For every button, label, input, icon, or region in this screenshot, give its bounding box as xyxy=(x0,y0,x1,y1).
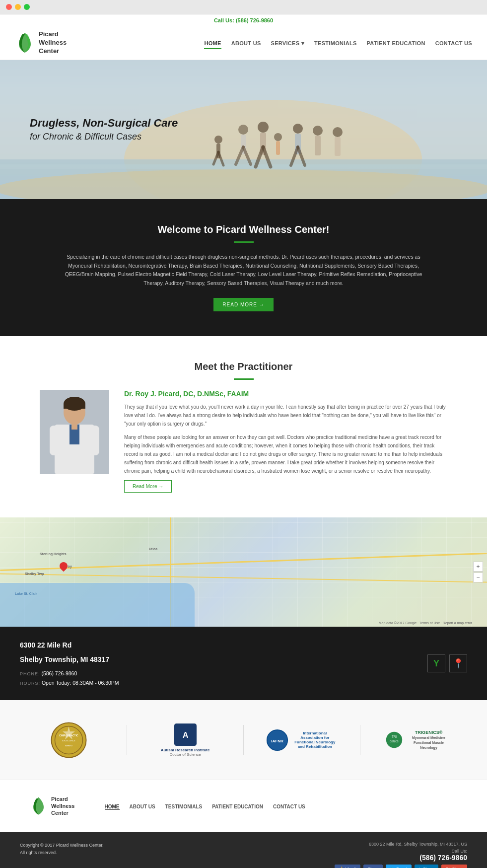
footer-nav-patient-ed[interactable]: PATIENT EDUCATION xyxy=(212,801,263,810)
browser-chrome xyxy=(0,0,487,14)
footer-nav-contact[interactable]: CONTACT US xyxy=(273,801,305,810)
nav-patient-ed-link[interactable]: PATIENT EDUCATION xyxy=(367,38,425,48)
practitioner-bio-area: Dr. Roy J. Picard, DC, D.NMSc, FAAIM The… xyxy=(124,390,447,493)
partner-3-name: International Association for Functional… xyxy=(292,731,337,749)
footer-copyright: Copyright © 2017 Picard Wellness Center.… xyxy=(20,842,104,856)
hours-label: HOURS: xyxy=(20,681,40,686)
browser-dot-fullscreen[interactable] xyxy=(24,4,30,10)
footer-nav-contact-link[interactable]: CONTACT US xyxy=(273,804,305,809)
partner-logo-3[interactable]: IAFNR International Association for Func… xyxy=(252,720,351,760)
map-label-city: Sterling Heights xyxy=(40,552,67,556)
svg-text:AWARD: AWARD xyxy=(65,744,72,747)
partner-divider-1 xyxy=(127,725,127,755)
address-icon-map[interactable]: 📍 xyxy=(449,654,467,672)
practitioner-section: Meet the Practitioner Dr xyxy=(0,336,487,517)
svg-text:TRI: TRI xyxy=(392,735,397,738)
footer-address-right: 6300 22 Mile Rd, Shelby Township, MI 483… xyxy=(335,842,467,847)
partner-logo-1[interactable]: CHIROPRACTIC EXCELLENCE AWARD xyxy=(19,720,118,760)
autism-research-icon: A xyxy=(174,723,197,746)
welcome-read-more-button[interactable]: Read More → xyxy=(213,298,273,311)
partner-badge-svg: CHIROPRACTIC EXCELLENCE AWARD xyxy=(50,722,87,759)
svg-point-19 xyxy=(293,124,303,134)
practitioner-name: Dr. Roy J. Picard, DC, D.NMSc, FAAIM xyxy=(124,390,447,398)
browser-dot-close[interactable] xyxy=(6,4,12,10)
address-street: 6300 22 Mile Rd xyxy=(20,639,119,651)
nav-contact-link[interactable]: CONTACT US xyxy=(435,38,472,48)
svg-text:EXCELLENCE: EXCELLENCE xyxy=(62,739,75,742)
welcome-body: Specializing in the care of chronic and … xyxy=(60,253,427,288)
footer-call-label: Call Us: xyxy=(335,849,467,854)
footer-nav-section: Picard Wellness Center HOME ABOUT US TES… xyxy=(0,780,487,832)
practitioner-read-more-button[interactable]: Read More → xyxy=(124,480,172,493)
address-icon-y[interactable]: Y xyxy=(427,654,445,672)
svg-rect-24 xyxy=(315,136,321,155)
nav-testimonials-link[interactable]: TESTIMONIALS xyxy=(314,38,357,48)
footer-logo-icon xyxy=(30,795,47,817)
logo-text: Picard Wellness Center xyxy=(39,30,67,56)
footer-nav-patient-ed-link[interactable]: PATIENT EDUCATION xyxy=(212,804,263,809)
svg-rect-3 xyxy=(0,164,487,169)
footer-nav-about-link[interactable]: ABOUT US xyxy=(130,804,155,809)
partner-logo-2[interactable]: A Autism Research InstituteDoctor of Sci… xyxy=(136,720,235,760)
footer-logo-area[interactable]: Picard Wellness Center xyxy=(30,795,75,817)
nav-services-link[interactable]: SERVICES ▾ xyxy=(271,38,305,48)
footer-social-buttons: 👍 Like It Share 🐦 Tweet in Share G+ Shar… xyxy=(335,865,467,868)
like-button[interactable]: 👍 Like It xyxy=(335,865,360,868)
svg-rect-35 xyxy=(64,404,85,409)
footer-nav-home-link[interactable]: HOME xyxy=(105,804,120,810)
footer-nav-menu: HOME ABOUT US TESTIMONIALS PATIENT EDUCA… xyxy=(105,801,305,810)
map-attribution: Map data ©2017 Google · Terms of Use · R… xyxy=(379,621,472,625)
partner-divider-3 xyxy=(360,725,360,755)
footer-phone: (586) 726-9860 xyxy=(335,854,467,862)
partner-logo-4[interactable]: TRI GENICS TRIGENICS®Myoneural MedicineF… xyxy=(368,720,468,760)
map-label-city3: Shelby Twp xyxy=(25,572,44,576)
address-info: 6300 22 Mile Rd Shelby Township, MI 4831… xyxy=(20,639,119,688)
svg-point-17 xyxy=(274,133,282,141)
phone-value: (586) 726-9860 xyxy=(41,670,77,676)
footer-contact-right: 6300 22 Mile Rd, Shelby Township, MI 483… xyxy=(335,842,467,868)
nav-home-link[interactable]: HOME xyxy=(204,38,221,49)
address-hours-row: HOURS: Open Today: 08:30AM - 06:30PM xyxy=(20,678,119,688)
svg-point-9 xyxy=(238,125,248,135)
footer-nav-home[interactable]: HOME xyxy=(105,801,120,810)
nav-about[interactable]: ABOUT US xyxy=(231,38,261,47)
svg-point-25 xyxy=(333,127,343,137)
share-fb-button[interactable]: Share xyxy=(363,865,383,868)
phone-label: PHONE: xyxy=(20,671,40,676)
footer-nav-about[interactable]: ABOUT US xyxy=(130,801,155,810)
nav-about-link[interactable]: ABOUT US xyxy=(231,38,261,48)
logo-icon xyxy=(15,30,35,55)
map-zoom-in-button[interactable]: + xyxy=(473,562,483,572)
share-google-button[interactable]: G+ Share xyxy=(441,865,467,868)
map-pin-icon: 📍 xyxy=(453,658,464,669)
svg-rect-18 xyxy=(276,141,280,155)
map-zoom-out-button[interactable]: − xyxy=(473,573,483,582)
practitioner-section-title: Meet the Practitioner xyxy=(40,361,447,372)
nav-testimonials[interactable]: TESTIMONIALS xyxy=(314,38,357,47)
practitioner-bio: They say that if you love what you do, y… xyxy=(124,403,447,475)
iafnr-icon: IAFNR xyxy=(266,729,288,751)
map-label-lake: Lake St. Clair xyxy=(15,592,37,595)
browser-dot-minimize[interactable] xyxy=(15,4,21,10)
welcome-section: Welcome to Picard Wellness Center! Speci… xyxy=(0,199,487,336)
nav-patient-ed[interactable]: PATIENT EDUCATION xyxy=(367,38,425,47)
welcome-divider xyxy=(234,241,254,243)
logo-area[interactable]: Picard Wellness Center xyxy=(15,30,67,56)
nav-services[interactable]: SERVICES ▾ xyxy=(271,38,305,47)
map-controls[interactable]: + − xyxy=(473,562,483,582)
footer-nav-testimonials-link[interactable]: TESTIMONIALS xyxy=(165,804,202,809)
header-call-text: Call Us: (586) 726-9860 xyxy=(15,14,472,26)
tweet-button[interactable]: 🐦 Tweet xyxy=(386,865,411,868)
address-phone-row: PHONE: (586) 726-9860 xyxy=(20,669,119,678)
map-label-city4: Utica xyxy=(149,547,157,551)
map-section[interactable]: Sterling Heights Troy Shelby Twp Utica L… xyxy=(0,517,487,627)
svg-text:A: A xyxy=(182,730,188,739)
footer-nav-testimonials[interactable]: TESTIMONIALS xyxy=(165,801,202,810)
doctor-silhouette xyxy=(40,390,109,474)
nav-contact[interactable]: CONTACT US xyxy=(435,38,472,47)
nav-menu: HOME ABOUT US SERVICES ▾ TESTIMONIALS PA… xyxy=(204,38,472,47)
share-linkedin-button[interactable]: in Share xyxy=(415,865,438,868)
site-header: Call Us: (586) 726-9860 Picard Wellness … xyxy=(0,14,487,60)
partner-badge-1: CHIROPRACTIC EXCELLENCE AWARD xyxy=(50,722,87,759)
nav-home[interactable]: HOME xyxy=(204,38,221,47)
